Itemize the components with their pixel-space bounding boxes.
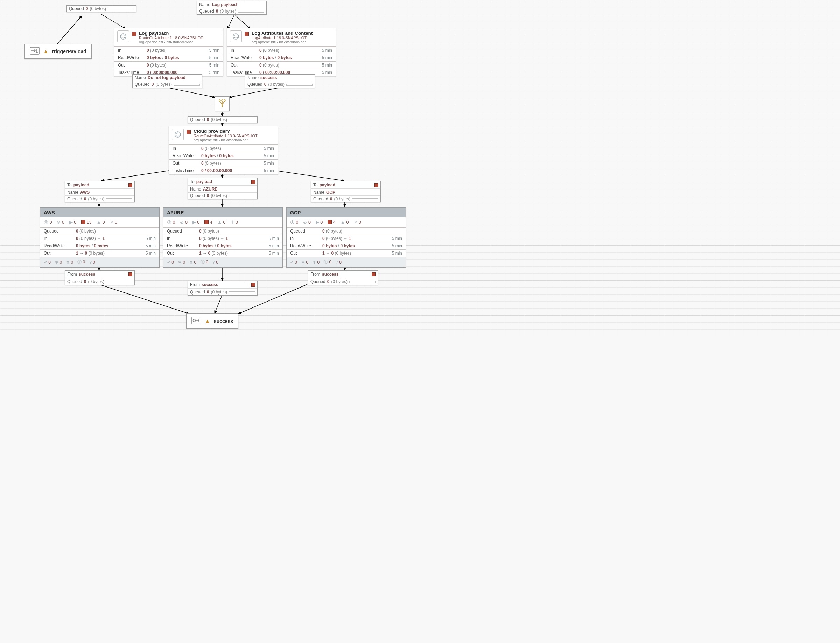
connection-funnel-queued[interactable]: Queued0(0 bytes) bbox=[187, 116, 257, 123]
stopped-icon bbox=[81, 220, 85, 224]
svg-point-9 bbox=[193, 320, 195, 322]
processor-title: Log Attributes and Content bbox=[252, 31, 313, 36]
question-icon: ? bbox=[89, 260, 92, 265]
connection-to-azure[interactable]: Topayload NameAZURE Queued0(0 bytes) bbox=[187, 178, 257, 199]
process-group-gcp[interactable]: GCP ⦿ 0 ⊘ 0 ▶ 0 4 ▲ 0 ✳ 0 Queued0 (0 byt… bbox=[286, 207, 406, 268]
group-name: GCP bbox=[287, 208, 405, 217]
up-icon: ⬆ bbox=[189, 260, 193, 265]
connection-do-not-log[interactable]: NameDo not log payload Queued0(0 bytes) bbox=[132, 74, 202, 88]
processor-icon bbox=[172, 129, 184, 140]
sync-icon: ✱ bbox=[178, 260, 182, 265]
version-icon: ✔ bbox=[167, 260, 171, 265]
info-icon: ⓘ bbox=[324, 259, 328, 264]
info-icon: ⓘ bbox=[77, 259, 81, 264]
stop-icon bbox=[187, 130, 191, 134]
invalid-icon: ▲ bbox=[217, 220, 222, 225]
connection-name: Log payload bbox=[212, 2, 237, 7]
invalid-icon: ▲ bbox=[97, 220, 101, 225]
name-label: Name bbox=[199, 2, 210, 7]
warning-icon: ▲ bbox=[43, 48, 49, 55]
version-icon: ✔ bbox=[44, 260, 47, 265]
process-group-aws[interactable]: AWS ⦿ 0 ⊘ 0 ▶ 0 13 ▲ 0 ✳ 0 Queued0 (0 by… bbox=[40, 207, 160, 268]
input-port-icon bbox=[30, 47, 39, 55]
processor-cloud-provider[interactable]: Cloud provider? RouteOnAttribute 1.18.0-… bbox=[169, 126, 278, 175]
disabled-icon: ✳ bbox=[354, 220, 358, 225]
input-port-trigger-payload[interactable]: ▲ triggerPayload bbox=[24, 44, 92, 59]
question-icon: ? bbox=[335, 260, 338, 265]
not-transmitting-icon: ⊘ bbox=[303, 220, 307, 225]
output-port-success[interactable]: ▲ success bbox=[186, 313, 238, 328]
group-name: AWS bbox=[40, 208, 159, 217]
connection-to-gcp[interactable]: Topayload NameGCP Queued0(0 bytes) bbox=[311, 181, 381, 202]
group-footer: ✔ 0 ✱ 0 ⬆ 0 ⓘ 0 ? 0 bbox=[40, 257, 159, 267]
group-footer: ✔ 0 ✱ 0 ⬆ 0 ⓘ 0 ? 0 bbox=[163, 257, 282, 267]
info-icon: ⓘ bbox=[200, 259, 205, 264]
processor-icon bbox=[230, 31, 242, 42]
transmitting-icon: ⦿ bbox=[44, 220, 48, 225]
svg-rect-1 bbox=[36, 49, 38, 52]
connection-to-aws[interactable]: Topayload NameAWS Queued0(0 bytes) bbox=[65, 181, 135, 202]
queued-bytes: (0 bytes) bbox=[90, 6, 106, 11]
svg-point-7 bbox=[175, 132, 181, 137]
nifi-canvas[interactable]: Queued 0 (0 bytes) Name Log payload Queu… bbox=[0, 0, 441, 336]
funnel[interactable] bbox=[215, 96, 230, 111]
transmitting-icon: ⦿ bbox=[167, 220, 171, 225]
connection-success[interactable]: Namesuccess Queued0(0 bytes) bbox=[245, 74, 315, 88]
question-icon: ? bbox=[212, 260, 215, 265]
processor-log-payload[interactable]: Log payload? RouteOnAttribute 1.18.0-SNA… bbox=[114, 28, 223, 76]
disabled-icon: ✳ bbox=[231, 220, 234, 225]
running-icon: ▶ bbox=[316, 220, 319, 225]
processor-bundle: org.apache.nifi - nifi-standard-nar bbox=[194, 138, 257, 142]
port-label: triggerPayload bbox=[52, 49, 86, 54]
disabled-icon: ✳ bbox=[110, 220, 114, 225]
connection-log-payload[interactable]: Name Log payload Queued 0 (0 bytes) bbox=[197, 1, 267, 15]
processor-bundle: org.apache.nifi - nifi-standard-nar bbox=[139, 40, 203, 44]
processor-title: Log payload? bbox=[139, 31, 203, 36]
svg-point-3 bbox=[233, 34, 239, 39]
transmitting-icon: ⦿ bbox=[290, 220, 295, 225]
svg-point-4 bbox=[219, 100, 220, 101]
not-transmitting-icon: ⊘ bbox=[57, 220, 60, 225]
svg-point-6 bbox=[224, 100, 225, 101]
processor-type: RouteOnAttribute 1.18.0-SNAPSHOT bbox=[194, 134, 257, 138]
output-port-icon bbox=[192, 317, 201, 325]
group-status-bar: ⦿ 0 ⊘ 0 ▶ 0 4 ▲ 0 ✳ 0 bbox=[163, 217, 282, 227]
version-icon: ✔ bbox=[290, 260, 294, 265]
connection-from-gcp[interactable]: Fromsuccess Queued0(0 bytes) bbox=[308, 270, 378, 285]
stop-icon bbox=[132, 32, 136, 36]
processor-log-attributes[interactable]: Log Attributes and Content LogAttribute … bbox=[227, 28, 336, 76]
stop-icon bbox=[129, 273, 132, 276]
stopped-icon bbox=[204, 220, 208, 224]
connection-from-azure[interactable]: Fromsuccess Queued0(0 bytes) bbox=[187, 281, 257, 295]
stop-icon bbox=[374, 183, 378, 187]
processor-type: RouteOnAttribute 1.18.0-SNAPSHOT bbox=[139, 36, 203, 40]
running-icon: ▶ bbox=[192, 220, 196, 225]
invalid-icon: ▲ bbox=[340, 220, 345, 225]
process-group-azure[interactable]: AZURE ⦿ 0 ⊘ 0 ▶ 0 4 ▲ 0 ✳ 0 Queued0 (0 b… bbox=[163, 207, 283, 268]
queued-label: Queued bbox=[69, 6, 84, 11]
stopped-icon bbox=[327, 220, 332, 224]
group-name: AZURE bbox=[163, 208, 282, 217]
funnel-icon bbox=[218, 99, 227, 108]
stop-icon bbox=[245, 32, 249, 36]
connection-from-aws[interactable]: Fromsuccess Queued0(0 bytes) bbox=[65, 270, 135, 285]
processor-title: Cloud provider? bbox=[194, 129, 257, 134]
processor-type: LogAttribute 1.18.0-SNAPSHOT bbox=[252, 36, 313, 40]
up-icon: ⬆ bbox=[66, 260, 70, 265]
sync-icon: ✱ bbox=[301, 260, 305, 265]
running-icon: ▶ bbox=[69, 220, 73, 225]
svg-point-5 bbox=[221, 100, 223, 101]
connection-queued-1[interactable]: Queued 0 (0 bytes) bbox=[67, 5, 137, 12]
processor-bundle: org.apache.nifi - nifi-standard-nar bbox=[252, 40, 313, 44]
stop-icon bbox=[251, 180, 255, 184]
group-status-bar: ⦿ 0 ⊘ 0 ▶ 0 4 ▲ 0 ✳ 0 bbox=[287, 217, 405, 227]
group-status-bar: ⦿ 0 ⊘ 0 ▶ 0 13 ▲ 0 ✳ 0 bbox=[40, 217, 159, 227]
port-label: success bbox=[214, 318, 233, 324]
not-transmitting-icon: ⊘ bbox=[180, 220, 184, 225]
group-footer: ✔ 0 ✱ 0 ⬆ 0 ⓘ 0 ? 0 bbox=[287, 257, 405, 267]
processor-icon bbox=[117, 31, 129, 42]
svg-point-2 bbox=[120, 34, 126, 39]
stop-icon bbox=[372, 273, 376, 276]
queued-count: 0 bbox=[86, 6, 88, 11]
stop-icon bbox=[251, 283, 255, 287]
